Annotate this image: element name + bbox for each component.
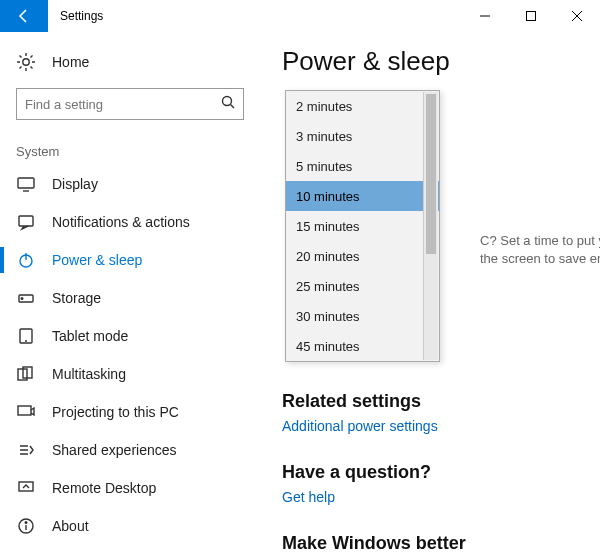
multitasking-icon bbox=[16, 364, 36, 384]
minimize-icon bbox=[480, 11, 490, 21]
svg-point-5 bbox=[223, 97, 232, 106]
maximize-button[interactable] bbox=[508, 0, 554, 32]
dropdown-option[interactable]: 3 minutes bbox=[286, 121, 439, 151]
home-nav[interactable]: Home bbox=[0, 44, 260, 80]
dropdown-option[interactable]: 15 minutes bbox=[286, 211, 439, 241]
search-input[interactable] bbox=[25, 97, 221, 112]
back-button[interactable] bbox=[0, 0, 48, 32]
remote-desktop-icon bbox=[16, 478, 36, 498]
search-box[interactable] bbox=[16, 88, 244, 120]
make-windows-better-heading: Make Windows better bbox=[282, 533, 590, 552]
svg-rect-7 bbox=[18, 178, 34, 188]
maximize-icon bbox=[526, 11, 536, 21]
minimize-button[interactable] bbox=[462, 0, 508, 32]
dropdown-option[interactable]: 10 minutes bbox=[286, 181, 439, 211]
notifications-icon bbox=[16, 212, 36, 232]
dropdown-option[interactable]: 20 minutes bbox=[286, 241, 439, 271]
sidebar-item-label: Shared experiences bbox=[52, 442, 177, 458]
sidebar-item-label: Display bbox=[52, 176, 98, 192]
projecting-icon bbox=[16, 402, 36, 422]
dropdown-option[interactable]: 25 minutes bbox=[286, 271, 439, 301]
sidebar-item-label: Remote Desktop bbox=[52, 480, 156, 496]
sidebar: Home System Display Notifications & acti… bbox=[0, 32, 260, 552]
time-dropdown-list[interactable]: 2 minutes3 minutes5 minutes10 minutes15 … bbox=[285, 90, 440, 362]
sidebar-item-multitasking[interactable]: Multitasking bbox=[0, 355, 260, 393]
window-controls bbox=[462, 0, 600, 32]
shared-icon bbox=[16, 440, 36, 460]
gear-icon bbox=[16, 52, 36, 72]
dropdown-option[interactable]: 30 minutes bbox=[286, 301, 439, 331]
svg-rect-1 bbox=[527, 12, 536, 21]
arrow-left-icon bbox=[16, 8, 32, 24]
sidebar-item-power-sleep[interactable]: Power & sleep bbox=[0, 241, 260, 279]
get-help-link[interactable]: Get help bbox=[282, 489, 590, 505]
related-settings-heading: Related settings bbox=[282, 391, 590, 412]
sidebar-item-label: Power & sleep bbox=[52, 252, 142, 268]
sidebar-item-label: Projecting to this PC bbox=[52, 404, 179, 420]
svg-rect-9 bbox=[19, 216, 33, 226]
sidebar-item-label: About bbox=[52, 518, 89, 534]
svg-rect-19 bbox=[19, 482, 33, 491]
sidebar-item-tablet-mode[interactable]: Tablet mode bbox=[0, 317, 260, 355]
page-title: Power & sleep bbox=[282, 46, 590, 77]
sidebar-item-label: Multitasking bbox=[52, 366, 126, 382]
svg-rect-18 bbox=[18, 406, 31, 415]
sidebar-item-projecting[interactable]: Projecting to this PC bbox=[0, 393, 260, 431]
sidebar-item-about[interactable]: About bbox=[0, 507, 260, 545]
titlebar: Settings bbox=[0, 0, 600, 32]
additional-power-settings-link[interactable]: Additional power settings bbox=[282, 418, 590, 434]
search-icon bbox=[221, 95, 235, 113]
dropdown-option[interactable]: 5 minutes bbox=[286, 151, 439, 181]
truncated-hint-text: C? Set a time to put your off the screen… bbox=[480, 232, 600, 268]
power-icon bbox=[16, 250, 36, 270]
about-icon bbox=[16, 516, 36, 536]
tablet-icon bbox=[16, 326, 36, 346]
sidebar-item-display[interactable]: Display bbox=[0, 165, 260, 203]
dropdown-option[interactable]: 45 minutes bbox=[286, 331, 439, 361]
close-button[interactable] bbox=[554, 0, 600, 32]
scrollbar-thumb[interactable] bbox=[426, 94, 436, 254]
svg-point-13 bbox=[21, 298, 23, 300]
sidebar-item-remote-desktop[interactable]: Remote Desktop bbox=[0, 469, 260, 507]
display-icon bbox=[16, 174, 36, 194]
svg-line-6 bbox=[231, 105, 235, 109]
home-label: Home bbox=[52, 54, 89, 70]
sidebar-item-shared-experiences[interactable]: Shared experiences bbox=[0, 431, 260, 469]
window-title: Settings bbox=[60, 9, 462, 23]
svg-point-4 bbox=[23, 59, 29, 65]
sidebar-item-label: Tablet mode bbox=[52, 328, 128, 344]
sidebar-section-label: System bbox=[0, 130, 260, 165]
sidebar-item-notifications[interactable]: Notifications & actions bbox=[0, 203, 260, 241]
sidebar-item-storage[interactable]: Storage bbox=[0, 279, 260, 317]
sidebar-item-label: Notifications & actions bbox=[52, 214, 190, 230]
have-question-heading: Have a question? bbox=[282, 462, 590, 483]
dropdown-scrollbar[interactable] bbox=[423, 92, 438, 360]
dropdown-option[interactable]: 2 minutes bbox=[286, 91, 439, 121]
svg-point-22 bbox=[25, 522, 27, 524]
storage-icon bbox=[16, 288, 36, 308]
close-icon bbox=[572, 11, 582, 21]
sidebar-item-label: Storage bbox=[52, 290, 101, 306]
